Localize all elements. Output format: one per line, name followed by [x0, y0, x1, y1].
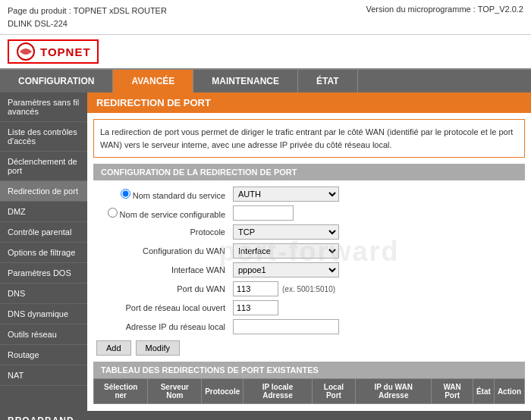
table-section-header: TABLEAU DES REDIRECTIONS DE PORT EXISTAN… [93, 362, 525, 378]
config-section-header: CONFIGURATION DE LA REDIRECTION DE PORT [93, 164, 525, 180]
sidebar-item-redirection[interactable]: Redirection de port [0, 181, 87, 202]
form-buttons: Add Modify [96, 340, 522, 356]
sidebar-item-dns[interactable]: DNS [0, 284, 87, 304]
header-product-info: Page du produit : TOPNET xDSL ROUTER DLI… [8, 5, 167, 30]
sidebar-item-options-filtrage[interactable]: Options de filtrage [0, 243, 87, 263]
topnet-logo: TOPNET [8, 39, 99, 64]
page-title: REDIRECTION DE PORT [96, 97, 522, 108]
local-port-row: Port de réseau local ouvert [96, 300, 522, 315]
footer: BROADBAND [0, 411, 531, 420]
local-ip-row: Adresse IP du réseau local [96, 319, 522, 334]
sidebar-item-declenchement[interactable]: Déclenchement de port [0, 152, 87, 181]
wan-config-select[interactable]: Interface [233, 243, 339, 259]
service-configurable-row: Nom de service configurable [96, 205, 522, 221]
tab-avancee[interactable]: AVANCÉE [113, 70, 193, 92]
sidebar-item-dmz[interactable]: DMZ [0, 202, 87, 222]
service-standard-label: Nom standard du service [96, 189, 233, 200]
logo-icon [15, 42, 36, 61]
description-box: La redirection de port vous permet de di… [93, 119, 525, 158]
service-configurable-input[interactable] [233, 205, 294, 221]
add-button[interactable]: Add [96, 340, 131, 356]
local-ip-label: Adresse IP du réseau local [96, 322, 233, 331]
sidebar-item-dns-dynamique[interactable]: DNS dynamique [0, 304, 87, 324]
sidebar-item-parametres-dos[interactable]: Paramètres DOS [0, 263, 87, 284]
tab-etat[interactable]: ÉTAT [298, 70, 358, 92]
service-standard-row: Nom standard du service AUTH [96, 186, 522, 202]
wan-config-label: Configuration du WAN [96, 246, 233, 255]
modify-button[interactable]: Modify [136, 340, 180, 356]
sidebar-item-controle-parental[interactable]: Contrôle parental [0, 222, 87, 243]
firmware-label: Version du microprogramme : TOP_V2.0.2 [366, 5, 523, 14]
wan-interface-row: Interface WAN pppoe1 [96, 262, 522, 277]
header: Page du produit : TOPNET xDSL ROUTER DLI… [0, 0, 531, 35]
protocol-select[interactable]: TCP [233, 224, 339, 240]
logo-text: TOPNET [40, 45, 91, 58]
tab-maintenance[interactable]: MAINTENANCE [193, 70, 298, 92]
local-port-input[interactable] [233, 300, 278, 315]
content-area: port-forward REDIRECTION DE PORT La redi… [87, 92, 531, 411]
logo-bar: TOPNET [0, 35, 531, 70]
redirections-table: Sélection ner Serveur Nom Protocole IP l… [93, 378, 525, 404]
col-selection: Sélection ner [94, 379, 148, 404]
col-serveur: Serveur Nom [148, 379, 202, 404]
sidebar-item-liste-controles[interactable]: Liste des contrôles d'accès [0, 122, 87, 152]
product-label: Page du produit : TOPNET xDSL ROUTER [8, 5, 167, 17]
wan-interface-label: Interface WAN [96, 265, 233, 274]
description-text: La redirection de port vous permet de di… [100, 127, 513, 149]
col-protocole: Protocole [202, 379, 244, 404]
footer-text: BROADBAND [8, 415, 74, 420]
service-standard-select[interactable]: AUTH [233, 186, 339, 202]
sidebar-item-routage[interactable]: Routage [0, 345, 87, 365]
table-section: TABLEAU DES REDIRECTIONS DE PORT EXISTAN… [93, 362, 525, 404]
col-local-port: Local Port [312, 379, 355, 404]
sidebar: Paramètres sans fil avancés Liste des co… [0, 92, 87, 411]
nav-tabs: CONFIGURATION AVANCÉE MAINTENANCE ÉTAT [0, 70, 531, 92]
wan-port-row: Port du WAN (ex. 5001:5010) [96, 281, 522, 296]
service-configurable-label: Nom de service configurable [96, 208, 233, 219]
config-form: Nom standard du service AUTH Nom de serv… [87, 186, 531, 334]
col-action: Action [494, 379, 524, 404]
page-title-bar: REDIRECTION DE PORT [87, 92, 531, 113]
col-ip-locale: IP locale Adresse [244, 379, 312, 404]
radio-service-configurable[interactable] [108, 208, 118, 218]
local-port-label: Port de réseau local ouvert [96, 303, 233, 312]
tab-configuration[interactable]: CONFIGURATION [0, 70, 113, 92]
protocol-row: Protocole TCP [96, 224, 522, 240]
wan-port-hint: (ex. 5001:5010) [282, 285, 335, 293]
col-etat: État [473, 379, 494, 404]
product-model: DLINK DSL-224 [8, 17, 167, 30]
sidebar-item-nat[interactable]: NAT [0, 365, 87, 386]
col-wan-port: WAN Port [432, 379, 473, 404]
main-layout: Paramètres sans fil avancés Liste des co… [0, 92, 531, 411]
protocol-label: Protocole [96, 227, 233, 237]
radio-service-standard[interactable] [121, 189, 130, 199]
wan-config-row: Configuration du WAN Interface [96, 243, 522, 259]
col-ip-wan: IP du WAN Adresse [356, 379, 432, 404]
wan-port-label: Port du WAN [96, 284, 233, 293]
sidebar-item-parametres-sans-fil[interactable]: Paramètres sans fil avancés [0, 92, 87, 122]
wan-interface-select[interactable]: pppoe1 [233, 262, 339, 277]
local-ip-input[interactable] [233, 319, 339, 334]
wan-port-input[interactable] [233, 281, 278, 296]
sidebar-item-outils-reseau[interactable]: Outils réseau [0, 324, 87, 345]
